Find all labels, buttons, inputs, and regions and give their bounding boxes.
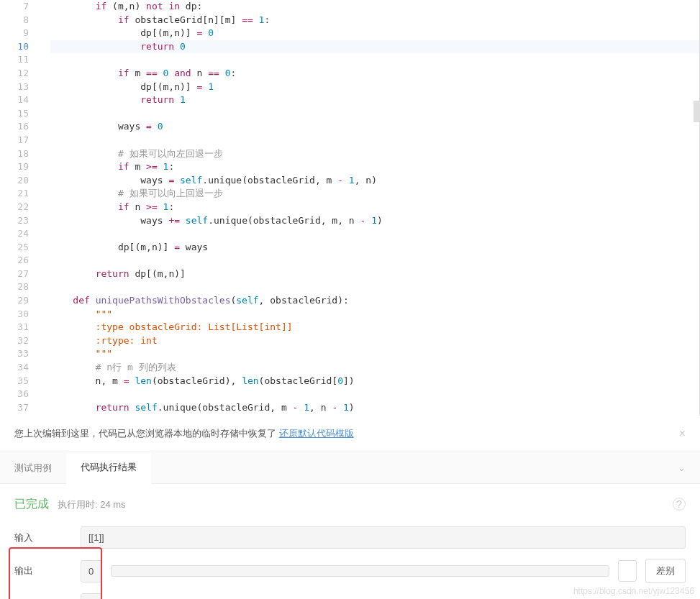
code-line[interactable]: if m == 0 and n == 0: — [50, 67, 699, 81]
line-number: 9 — [0, 27, 29, 40]
line-number: 7 — [0, 0, 29, 14]
line-number: 33 — [0, 347, 29, 361]
output-label: 输出 — [14, 564, 72, 577]
code-line[interactable]: :rtype: int — [50, 334, 699, 348]
code-line[interactable]: def uniquePathsWithObstacles(self, obsta… — [50, 294, 699, 308]
line-number: 30 — [0, 308, 29, 321]
line-number: 32 — [0, 334, 29, 348]
output-extended — [111, 565, 609, 577]
line-number: 13 — [0, 81, 29, 94]
line-number: 31 — [0, 321, 29, 334]
line-number: 10 — [0, 40, 29, 54]
code-line[interactable]: if m >= 1: — [50, 160, 699, 174]
line-number: 18 — [0, 147, 29, 161]
code-line[interactable]: :type obstacleGrid: List[List[int]] — [50, 321, 699, 334]
line-number: 15 — [0, 107, 29, 121]
line-number: 36 — [0, 388, 29, 401]
line-number: 20 — [0, 174, 29, 188]
runtime-text: 执行用时: 24 ms — [58, 498, 126, 511]
line-number: 28 — [0, 280, 29, 294]
code-line[interactable]: # 如果可以向上回退一步 — [50, 187, 699, 201]
diff-indicator — [618, 560, 637, 582]
code-line[interactable]: """ — [50, 347, 699, 361]
code-line[interactable]: dp[(m,n)] = 1 — [50, 81, 699, 94]
code-line[interactable]: return 0 — [50, 40, 699, 54]
line-number: 17 — [0, 134, 29, 147]
result-tabs: 测试用例 代码执行结果 ⌄ — [0, 452, 700, 484]
code-editor[interactable]: 7891011121314151617181920212223242526272… — [0, 0, 700, 416]
line-number: 22 — [0, 201, 29, 214]
code-line[interactable] — [50, 280, 699, 294]
code-line[interactable]: """ — [50, 308, 699, 321]
code-line[interactable]: return self.unique(obstacleGrid, m - 1, … — [50, 401, 699, 415]
code-line[interactable] — [50, 134, 699, 147]
scrollbar-thumb[interactable] — [694, 101, 699, 122]
line-number: 26 — [0, 254, 29, 268]
tab-run-result[interactable]: 代码执行结果 — [66, 452, 151, 484]
line-number: 37 — [0, 401, 29, 415]
code-line[interactable]: return dp[(m,n)] — [50, 268, 699, 281]
code-content[interactable]: if (m,n) not in dp: if obstacleGrid[n][m… — [50, 0, 699, 414]
line-number: 16 — [0, 120, 29, 134]
code-line[interactable]: ways = self.unique(obstacleGrid, m - 1, … — [50, 174, 699, 188]
code-line[interactable]: if n >= 1: — [50, 201, 699, 214]
code-line[interactable]: ways = 0 — [50, 120, 699, 134]
help-icon[interactable]: ? — [673, 498, 686, 511]
code-line[interactable]: if obstacleGrid[n][m] == 1: — [50, 14, 699, 27]
code-line[interactable]: ways += self.unique(obstacleGrid, m, n -… — [50, 214, 699, 228]
line-number: 19 — [0, 160, 29, 174]
line-number-gutter: 7891011121314151617181920212223242526272… — [0, 0, 43, 414]
line-number: 27 — [0, 268, 29, 281]
code-line[interactable] — [50, 227, 699, 241]
code-line[interactable]: if (m,n) not in dp: — [50, 0, 699, 14]
notice-text: 您上次编辑到这里，代码已从您浏览器本地的临时存储中恢复了 — [14, 428, 279, 439]
line-number: 11 — [0, 53, 29, 67]
restore-link[interactable]: 还原默认代码模版 — [279, 428, 354, 439]
code-line[interactable]: return 1 — [50, 93, 699, 107]
line-number: 25 — [0, 241, 29, 255]
line-number: 21 — [0, 187, 29, 201]
diff-button[interactable]: 差别 — [645, 559, 686, 583]
result-panel: 已完成 执行用时: 24 ms ? 输入 [[1]] 输出 0 差别 预期结果 … — [0, 484, 700, 599]
line-number: 35 — [0, 375, 29, 388]
line-number: 34 — [0, 361, 29, 375]
code-line[interactable] — [50, 388, 699, 401]
line-number: 12 — [0, 67, 29, 81]
line-number: 8 — [0, 14, 29, 27]
code-line[interactable] — [50, 53, 699, 67]
tab-test-cases[interactable]: 测试用例 — [0, 453, 66, 483]
code-line[interactable] — [50, 107, 699, 121]
code-line[interactable]: dp[(m,n)] = ways — [50, 241, 699, 255]
code-line[interactable] — [50, 254, 699, 268]
code-line[interactable]: dp[(m,n)] = 0 — [50, 27, 699, 40]
input-value: [[1]] — [81, 526, 686, 549]
restore-notice: 您上次编辑到这里，代码已从您浏览器本地的临时存储中恢复了 还原默认代码模版 × — [0, 416, 700, 452]
code-line[interactable]: # n行 m 列的列表 — [50, 361, 699, 375]
line-number: 23 — [0, 214, 29, 228]
code-line[interactable]: # 如果可以向左回退一步 — [50, 147, 699, 161]
code-line[interactable]: n, m = len(obstacleGrid), len(obstacleGr… — [50, 375, 699, 388]
output-value: 0 — [81, 560, 102, 582]
expected-value: 0 — [81, 593, 102, 599]
line-number: 14 — [0, 93, 29, 107]
close-icon[interactable]: × — [679, 427, 686, 440]
line-number: 24 — [0, 227, 29, 241]
status-text: 已完成 — [14, 497, 49, 512]
line-number: 29 — [0, 294, 29, 308]
input-label: 输入 — [14, 531, 72, 544]
chevron-down-icon[interactable]: ⌄ — [663, 454, 700, 482]
